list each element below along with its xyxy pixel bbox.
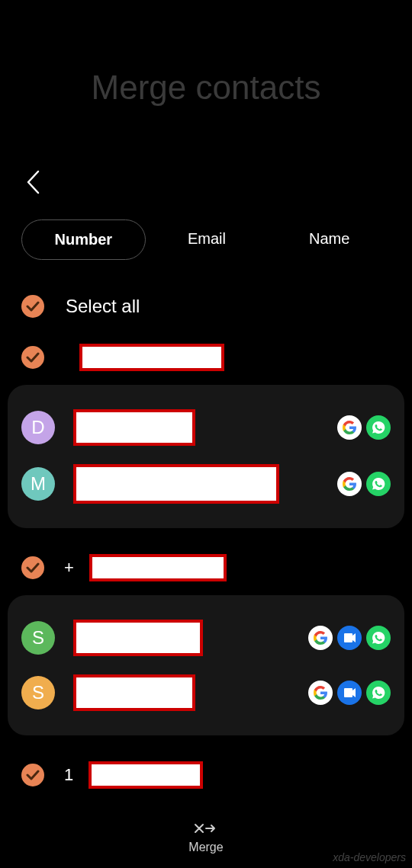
redacted-name: [73, 674, 195, 711]
google-icon: [337, 472, 362, 496]
group-prefix: 1: [64, 765, 73, 785]
group-checkbox[interactable]: [21, 556, 44, 579]
icon-group: [308, 626, 391, 650]
contact-group-card: S S: [8, 595, 404, 735]
tab-email[interactable]: Email: [146, 219, 269, 260]
back-icon: [24, 169, 41, 195]
tab-bar: Number Email Name: [0, 204, 412, 275]
google-icon: [337, 415, 362, 440]
duo-icon: [337, 681, 362, 705]
avatar: D: [21, 411, 55, 444]
google-icon: [308, 681, 333, 705]
whatsapp-icon: [366, 626, 391, 650]
duo-icon: [337, 626, 362, 650]
icon-group: [308, 681, 391, 705]
content-area: Select all D M: [0, 275, 412, 802]
select-all-label: Select all: [66, 296, 140, 317]
select-all-checkbox[interactable]: [21, 295, 44, 318]
group-header[interactable]: 1: [0, 757, 412, 802]
group-checkbox[interactable]: [21, 764, 44, 786]
contact-row[interactable]: M: [21, 455, 391, 513]
tab-name[interactable]: Name: [268, 219, 391, 260]
redacted-label: [89, 761, 203, 789]
avatar: S: [21, 676, 55, 709]
group-header[interactable]: [0, 339, 412, 385]
icon-group: [337, 415, 391, 440]
icon-group: [337, 472, 391, 496]
group-prefix: +: [64, 558, 74, 578]
group-checkbox[interactable]: [21, 346, 44, 369]
checkmark-icon: [26, 301, 40, 312]
redacted-label: [79, 344, 224, 371]
redacted-name: [73, 409, 195, 446]
redacted-name: [73, 620, 203, 656]
whatsapp-icon: [366, 415, 391, 440]
google-icon: [308, 626, 333, 650]
contact-row[interactable]: D: [21, 400, 391, 455]
contact-row[interactable]: S: [21, 665, 391, 720]
contact-row[interactable]: S: [21, 610, 391, 665]
redacted-label: [89, 554, 227, 581]
tab-number[interactable]: Number: [21, 219, 146, 260]
redacted-name: [73, 464, 279, 504]
avatar: S: [21, 621, 55, 655]
avatar: M: [21, 467, 55, 501]
checkmark-icon: [26, 352, 40, 363]
checkmark-icon: [26, 770, 40, 780]
select-all-row[interactable]: Select all: [0, 289, 412, 339]
page-title: Merge contacts: [0, 0, 412, 160]
group-header[interactable]: +: [0, 549, 412, 595]
watermark: xda-developers: [333, 851, 406, 863]
checkmark-icon: [26, 562, 40, 573]
merge-icon: [193, 821, 219, 836]
merge-button[interactable]: Merge: [0, 821, 412, 854]
contact-group-card: D M: [8, 385, 404, 528]
back-button[interactable]: [0, 160, 412, 204]
whatsapp-icon: [366, 472, 391, 496]
whatsapp-icon: [366, 681, 391, 705]
